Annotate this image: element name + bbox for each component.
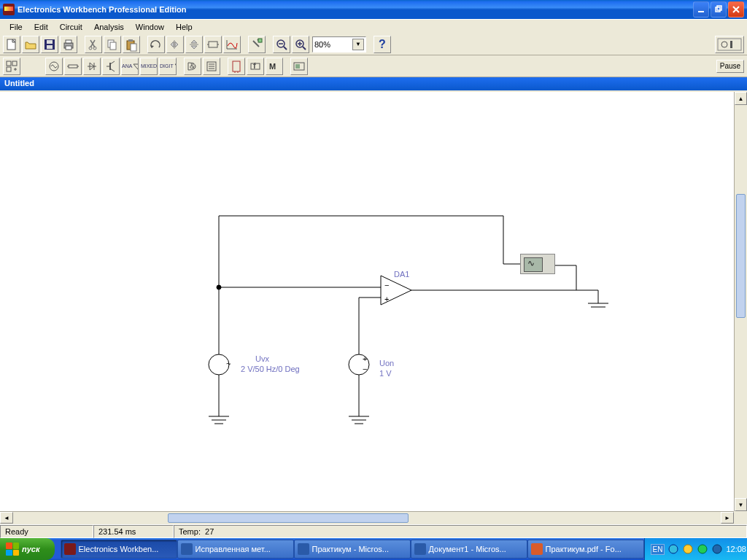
svg-rect-32 [12, 61, 17, 66]
svg-rect-1 [716, 7, 720, 12]
taskbar-clock[interactable]: 12:08 [726, 545, 746, 553]
toolbar-main: 80% ▼ ? [0, 34, 747, 55]
svg-line-25 [303, 47, 306, 50]
scroll-h-thumb[interactable] [168, 513, 409, 523]
circuit-diagram: − + + − ~ [0, 92, 729, 511]
scroll-v-thumb[interactable] [736, 194, 746, 318]
digital-button[interactable] [203, 58, 220, 75]
instruments-button[interactable] [290, 58, 308, 75]
oscilloscope-instrument[interactable] [520, 254, 555, 274]
word-icon [181, 543, 193, 555]
zoom-out-button[interactable] [273, 36, 290, 53]
schematic-canvas[interactable]: − + + − ~ [0, 92, 734, 511]
properties-button[interactable] [248, 36, 266, 53]
sources-button[interactable] [45, 58, 63, 75]
zoom-combo[interactable]: 80% ▼ [312, 36, 366, 52]
scroll-up-button[interactable]: ▲ [735, 92, 747, 105]
close-button[interactable] [728, 1, 744, 18]
chevron-down-icon[interactable]: ▼ [352, 39, 364, 50]
svg-point-64 [684, 545, 692, 553]
rotate-button[interactable] [147, 36, 165, 53]
document-titlebar: Untitled [0, 77, 747, 90]
restore-button[interactable] [711, 1, 727, 18]
digital-ics-button[interactable]: DIGIT [159, 58, 177, 75]
help-button[interactable]: ? [374, 36, 391, 53]
word-icon [414, 543, 426, 555]
start-button[interactable]: пуск [0, 538, 55, 560]
menu-circuit[interactable]: Circuit [55, 22, 88, 32]
window-titlebar: Electronics Workbench Professional Editi… [0, 0, 747, 19]
tray-icon[interactable] [697, 543, 708, 555]
zoom-value: 80% [314, 40, 330, 49]
svg-text:−: − [384, 281, 389, 289]
diodes-button[interactable] [83, 58, 101, 75]
svg-point-63 [669, 545, 678, 553]
controls-button[interactable]: f [247, 58, 264, 75]
open-button[interactable] [22, 36, 39, 53]
graph-button[interactable] [223, 36, 241, 53]
vertical-scrollbar[interactable]: ▲ ▼ [734, 92, 747, 511]
mixed-ics-button[interactable]: MIXED [140, 58, 158, 75]
pause-button[interactable]: Pause [716, 60, 744, 73]
copy-button[interactable] [104, 36, 121, 53]
svg-rect-2 [717, 6, 721, 10]
power-switch[interactable] [715, 36, 744, 53]
menu-window[interactable]: Window [131, 22, 169, 32]
indicators-button[interactable] [228, 58, 245, 75]
flip-h-button[interactable] [166, 36, 184, 53]
svg-rect-54 [295, 64, 300, 69]
flip-v-button[interactable] [185, 36, 203, 53]
minimize-button[interactable] [693, 1, 709, 18]
svg-rect-13 [110, 42, 116, 50]
taskbar-item-foxit[interactable]: Практикум.pdf - Fo... [527, 540, 644, 559]
svg-line-22 [284, 47, 287, 50]
tray-icon[interactable] [667, 543, 679, 555]
opamp-ref-label: DA1 [394, 270, 409, 279]
svg-rect-31 [7, 61, 11, 66]
print-button[interactable] [60, 36, 77, 53]
app-icon [3, 4, 15, 15]
menu-file[interactable]: File [4, 22, 28, 32]
parts-bin-button[interactable] [3, 58, 20, 75]
scroll-right-button[interactable]: ► [721, 512, 734, 524]
analog-ics-button[interactable]: ANA [121, 58, 139, 75]
taskbar-item-word2[interactable]: Практикум - Micros... [294, 540, 411, 559]
cut-button[interactable] [85, 36, 102, 53]
language-indicator[interactable]: EN [651, 544, 665, 555]
menu-edit[interactable]: Edit [29, 22, 53, 32]
windows-taskbar: пуск Electronics Workben... Исправленная… [0, 538, 747, 560]
misc-button[interactable]: M [266, 58, 283, 75]
dc-source-name: Uon [379, 359, 394, 368]
save-button[interactable] [41, 36, 58, 53]
zoom-in-button[interactable] [292, 36, 309, 53]
toolbar-components: ANA MIXED DIGIT & f M Pause [0, 55, 747, 77]
scroll-down-button[interactable]: ▼ [735, 498, 747, 511]
svg-rect-6 [47, 45, 53, 49]
ac-source-name: Uvx [255, 354, 269, 363]
svg-point-66 [713, 545, 721, 553]
svg-rect-16 [131, 44, 136, 51]
svg-rect-15 [128, 39, 133, 42]
svg-rect-9 [66, 46, 71, 50]
logic-gates-button[interactable]: & [184, 58, 201, 75]
status-temp: Temp: 27 [174, 525, 747, 538]
new-button[interactable] [3, 36, 20, 53]
transistors-button[interactable] [102, 58, 120, 75]
paste-button[interactable] [123, 36, 140, 53]
svg-text:&: & [190, 61, 196, 70]
menu-analysis[interactable]: Analysis [89, 22, 129, 32]
svg-rect-17 [209, 42, 217, 47]
window-title: Electronics Workbench Professional Editi… [18, 5, 693, 14]
horizontal-scrollbar[interactable]: ◄ ► [0, 511, 734, 524]
taskbar-item-word3[interactable]: Документ1 - Micros... [411, 540, 527, 559]
svg-rect-20 [258, 39, 262, 42]
taskbar-item-ewb[interactable]: Electronics Workben... [61, 540, 177, 559]
tray-icon[interactable] [711, 543, 723, 555]
basic-button[interactable] [64, 58, 82, 75]
tray-icon[interactable] [682, 543, 694, 555]
scroll-left-button[interactable]: ◄ [0, 512, 13, 524]
menu-help[interactable]: Help [171, 22, 198, 32]
taskbar-item-word1[interactable]: Исправленная мет... [177, 540, 294, 559]
subcircuit-button[interactable] [204, 36, 222, 53]
svg-text:−: − [363, 365, 367, 373]
